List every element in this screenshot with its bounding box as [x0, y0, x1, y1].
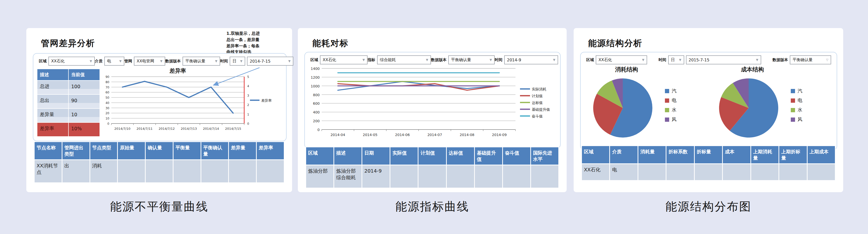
benchmark-line-chart: 02004006008001000120014002014-042014-052… — [305, 64, 559, 146]
chevron-down-icon: ▼ — [553, 58, 555, 62]
chevron-down-icon: ▼ — [756, 58, 758, 62]
panel-caption: 能源不平衡量曲线 — [26, 199, 292, 214]
region-select[interactable]: XX石化 ▼ — [596, 55, 647, 64]
panel-caption: 能源结构分布图 — [574, 199, 843, 214]
page-title: 管网差异分析 — [41, 38, 95, 49]
chevron-down-icon: ▼ — [288, 59, 290, 63]
consumption-structure-pie-chart: 消耗结构汽电水风 — [585, 65, 703, 144]
network-filter-label: 管网 — [124, 59, 132, 64]
chart-text: 90 — [105, 75, 109, 79]
benchmark-filter-chart-box: 区域 XX石化 ▼ 指标 综合能耗 ▼ 数据版本 平衡确认 — [304, 52, 561, 148]
header-cell: 确认量 — [146, 142, 173, 160]
medium-select[interactable]: 电 ▼ — [104, 57, 124, 66]
chart-text: 电 — [672, 97, 677, 103]
medium-select-value: 电 — [107, 59, 111, 64]
chart-text: 差异率 — [261, 98, 272, 102]
data-version-select-value: 平衡确认量 — [793, 57, 813, 63]
chart-rect — [665, 89, 669, 93]
time-granularity-select[interactable]: 日 ▼ — [230, 57, 245, 66]
chart-text: 计划值 — [531, 94, 543, 98]
table-row: 总进100 — [37, 80, 100, 95]
date-select[interactable]: 2015-7-15 ▼ — [686, 55, 761, 64]
panel-energy-benchmark: 能耗对标 区域 XX石化 ▼ 指标 综合能耗 ▼ — [298, 28, 567, 192]
chart-text: 2014-09 — [492, 133, 507, 137]
date-select[interactable]: 2014-7-15 ▼ — [247, 57, 293, 66]
cell — [229, 160, 256, 183]
chart-text: 1400 — [311, 67, 320, 71]
chart-text: 2014/7/11 — [136, 127, 152, 131]
chevron-down-icon: ▽ — [826, 58, 828, 62]
cell: 出 — [62, 160, 90, 183]
header-cell: 介质 — [610, 146, 638, 164]
date-select[interactable]: 2014-9 ▼ — [504, 55, 558, 64]
header-cell: 计划值 — [418, 147, 446, 165]
chevron-down-icon: ▼ — [642, 58, 644, 62]
chart-text: 2 — [247, 103, 249, 107]
data-version-filter-label: 数据版本 — [431, 57, 446, 63]
data-version-select[interactable]: 平衡确认量 ▼ — [183, 57, 220, 66]
chart-rect — [791, 108, 795, 112]
table-row: 差异率10% — [37, 123, 100, 137]
data-version-filter: 数据版本 平衡确认量 ▼ — [431, 55, 495, 64]
cell: 总进 — [37, 80, 68, 95]
network-select[interactable]: XX电管网 ▼ — [134, 57, 165, 66]
chart-text: 2014-07 — [428, 133, 442, 137]
header-cell: 奋斗值 — [502, 147, 530, 165]
medium-filter: 介质 电 ▼ — [95, 57, 124, 66]
region-select[interactable]: XX石化 ▼ — [49, 57, 95, 66]
cell: 总出 — [37, 95, 68, 108]
chart-rect — [665, 108, 669, 112]
time-filter: 时间 日 ▼ 2015-7-15 ▼ — [659, 55, 761, 64]
time-granularity-select[interactable]: 日 ▼ — [668, 55, 684, 64]
chevron-down-icon: ▼ — [426, 58, 428, 62]
filter-bar: 区域 XX石化 ▼ 指标 综合能耗 ▼ 数据版本 平衡确认 — [310, 55, 555, 64]
panel-caption: 能源指标曲线 — [298, 199, 567, 214]
panel-energy-structure: 能源结构分析 区域 XX石化 ▼ 时间 日 ▼ 2 — [574, 28, 843, 192]
chart-text: 1200 — [311, 75, 320, 79]
network-filter: 管网 XX电管网 ▼ — [124, 57, 165, 66]
header-cell: 上期折标量 — [779, 146, 807, 164]
cell — [118, 160, 146, 183]
cell — [779, 164, 807, 180]
chart-text: 汽 — [672, 88, 677, 94]
chart-text: 60 — [105, 91, 109, 94]
cell — [256, 160, 284, 183]
cell — [530, 165, 559, 188]
table: 节点名称管网进出类型节点类型原始量确认量平衡量平衡确认量差异量差异率XX消耗节点… — [34, 141, 285, 183]
chart-rect — [791, 89, 795, 93]
cell: 100 — [68, 80, 100, 95]
region-filter-label: 区域 — [39, 59, 46, 64]
region-select-value: XX石化 — [51, 59, 65, 64]
region-select[interactable]: XX石化 ▼ — [320, 55, 368, 64]
chart-text: 400 — [313, 110, 320, 114]
chevron-down-icon: ▼ — [160, 59, 162, 63]
chart-text: 2014/7/10 — [114, 127, 130, 131]
chart-text: 实际消耗 — [532, 87, 546, 91]
data-version-filter: 数据版本 平衡确认量 ▽ — [773, 55, 831, 64]
indicator-select[interactable]: 综合能耗 ▼ — [377, 55, 431, 64]
table-row: 炼油分部炼油分部综合能耗2014-9 — [306, 165, 559, 188]
data-version-select[interactable]: 平衡确认量 ▽ — [790, 55, 831, 64]
header-cell: 差异量 — [229, 142, 256, 160]
header-cell: 节点类型 — [90, 142, 118, 160]
header-cell: 当前值 — [68, 69, 100, 80]
date-select-value: 2015-7-15 — [689, 58, 710, 62]
chart-text: 4 — [247, 85, 249, 88]
data-version-select[interactable]: 平衡确认量 ▼ — [448, 55, 495, 64]
chart-text: 奋斗值 — [532, 114, 543, 118]
table-header-row: 区域介质消耗量折标系数折标量成本上期消耗量上期折标量上期成本 — [582, 146, 835, 164]
chart-text: 成本结构 — [741, 66, 764, 73]
chevron-down-icon: ▼ — [490, 58, 492, 62]
page-title: 能源结构分析 — [588, 38, 642, 49]
chart-text: 水 — [798, 107, 802, 112]
time-filter-label: 时间 — [659, 57, 666, 63]
chart-text: 2014/7/13 — [181, 127, 197, 131]
cell — [146, 160, 173, 183]
header-cell: 达标值 — [446, 147, 474, 165]
chart-text: 70 — [105, 86, 109, 89]
header-cell: 原始量 — [118, 142, 146, 160]
cell — [390, 165, 418, 188]
region-filter: 区域 XX石化 ▼ — [310, 55, 368, 64]
header-cell: 基础提升值 — [474, 147, 502, 165]
time-filter-label: 时间 — [495, 57, 502, 63]
